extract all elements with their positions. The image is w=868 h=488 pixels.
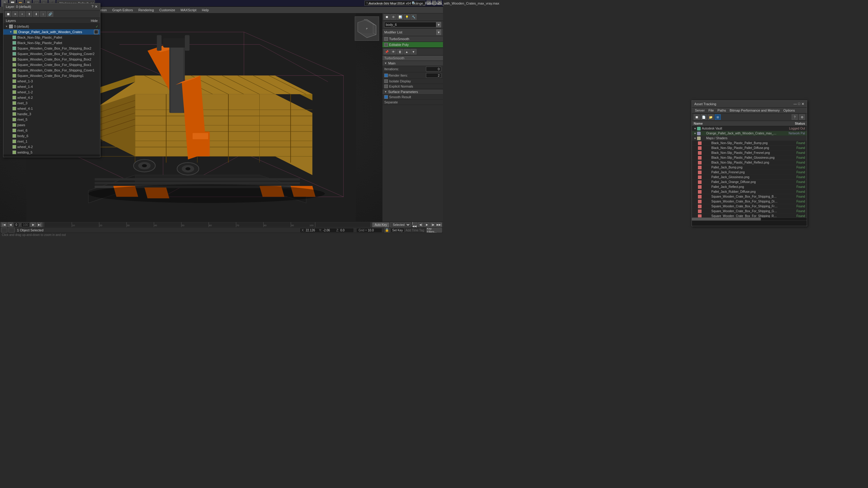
nav-cube[interactable]: P: [355, 17, 379, 41]
explicit-normals-checkbox[interactable]: [384, 85, 388, 88]
layer-item[interactable]: ▼ 0 (default) ✓: [3, 24, 100, 29]
timeline-ruler[interactable]: 10 20 30 40 50 60 70 80 90 100: [44, 222, 371, 227]
mod-icon-4[interactable]: 💡: [404, 14, 410, 20]
layer-item[interactable]: rivet_5: [3, 117, 100, 122]
layer-tool-7[interactable]: 🔗: [47, 11, 53, 17]
layer-tool-1[interactable]: 🔲: [5, 11, 11, 17]
modifier-editable-poly[interactable]: Editable Poly: [382, 42, 443, 48]
layers-list[interactable]: ▼ 0 (default) ✓ ▼ Orange_Pallet_Jack_wit…: [3, 24, 100, 155]
layer-item[interactable]: wheel_4-2: [3, 144, 100, 150]
object-name-field[interactable]: [384, 22, 436, 27]
smooth-result-checkbox[interactable]: [384, 95, 388, 99]
mod-tool-pin[interactable]: 📌: [384, 49, 390, 55]
layer-name: Black_Non-Slip_Plastic_Pallet: [17, 41, 62, 45]
svg-marker-76: [358, 20, 373, 33]
mod-tool-show[interactable]: 👁: [390, 49, 396, 55]
prev-btn[interactable]: ◀: [8, 222, 13, 227]
layer-item[interactable]: wheel_1-2: [3, 89, 100, 95]
mod-icon-1[interactable]: 🔲: [384, 14, 390, 20]
layers-close-btn[interactable]: ✕: [95, 5, 98, 9]
layer-item[interactable]: welding_5: [3, 150, 100, 155]
grid-label: Grid =: [359, 229, 367, 232]
layer-item[interactable]: rivet_3: [3, 100, 100, 106]
play-prev-btn[interactable]: ◀|: [418, 222, 424, 227]
prev-frame-btn[interactable]: |◀: [1, 222, 7, 227]
isolate-label: Isolate Display: [389, 79, 411, 83]
filter-keys-btn[interactable]: Key Filters...: [427, 228, 442, 233]
layer-obj-icon: [12, 68, 16, 72]
layers-titlebar[interactable]: Layer: 0 (default) ? ✕: [3, 3, 100, 10]
auto-key-btn[interactable]: Auto Key: [372, 223, 389, 227]
hint-bar: Click and drag up-and-down to zoom in an…: [0, 233, 443, 237]
layer-name: welding_5: [17, 151, 33, 154]
layer-item[interactable]: ▼ Orange_Pallet_Jack_with_Wooden_Crates: [3, 29, 100, 35]
layer-visible-checkbox[interactable]: [94, 30, 98, 34]
layer-item[interactable]: rivet_1: [3, 139, 100, 144]
layer-item[interactable]: Square_Wooden_Crate_Box_For_Shipping_Box…: [3, 62, 100, 67]
layer-obj-icon: [12, 41, 16, 45]
layer-item[interactable]: wheel_1-3: [3, 78, 100, 84]
modifier-turbosmooth[interactable]: TurboSmooth: [382, 36, 443, 42]
iterations-value[interactable]: [426, 67, 441, 71]
layer-item[interactable]: body_6: [3, 133, 100, 139]
object-name-dropdown[interactable]: ▼: [436, 22, 441, 27]
layers-question-btn[interactable]: ?: [92, 5, 93, 9]
layer-item[interactable]: Square_Wooden_Crate_Box_For_Shipping_Cov…: [3, 67, 100, 73]
layer-item[interactable]: rivet_6: [3, 128, 100, 133]
svg-text:P: P: [366, 27, 368, 30]
layer-item[interactable]: Black_Non-Slip_Plastic_Pallet: [3, 35, 100, 40]
menu-customize[interactable]: Customize: [157, 8, 178, 12]
layer-item[interactable]: wheel_4-1: [3, 106, 100, 111]
set-key-btn[interactable]: Set Key: [391, 228, 404, 233]
layer-tool-2[interactable]: ✕: [12, 11, 18, 17]
next-btn[interactable]: ▶: [30, 222, 36, 227]
mod-tool-delete[interactable]: 🗑: [397, 49, 403, 55]
snap2-btn[interactable]: [8, 228, 14, 233]
mod-icon-5[interactable]: 🔧: [410, 14, 416, 20]
render-iters-checkbox[interactable]: [384, 73, 388, 77]
mod-icon-2[interactable]: ⚙: [390, 14, 396, 20]
layer-tool-4[interactable]: ⬆: [26, 11, 32, 17]
snap-btn[interactable]: [1, 228, 7, 233]
layer-tool-6[interactable]: ↕: [40, 11, 46, 17]
layer-name: handle_3: [17, 112, 31, 116]
modifier-panel: 🔲 ⚙ 📊 💡 🔧 ▼ Modifier List ▼ TurboSmooth …: [382, 13, 443, 222]
layer-item[interactable]: Square_Wooden_Crate_Box_For_Shipping1: [3, 73, 100, 78]
layer-item[interactable]: Square_Wooden_Crate_Box_For_Shipping_Box…: [3, 57, 100, 62]
lock-btn[interactable]: 🔒: [384, 228, 390, 233]
layers-scrollbar[interactable]: [3, 155, 100, 157]
layer-item[interactable]: paws: [3, 122, 100, 128]
layers-col-name: Layers: [6, 19, 16, 23]
menu-maxscript[interactable]: MAXScript: [178, 8, 199, 12]
svg-text:80: 80: [264, 224, 267, 227]
layer-item[interactable]: Square_Wooden_Crate_Box_For_Shipping_Cov…: [3, 51, 100, 57]
ep-checkbox[interactable]: [384, 43, 388, 46]
play-btn[interactable]: ▶: [424, 222, 430, 227]
ts-checkbox[interactable]: [384, 37, 388, 41]
layer-item[interactable]: Black_Non-Slip_Plastic_Pallet: [3, 40, 100, 45]
play-start-btn[interactable]: |◀◀: [412, 222, 417, 227]
layer-tool-5[interactable]: ⬇: [33, 11, 39, 17]
menu-graph-editors[interactable]: Graph Editors: [110, 8, 135, 12]
render-iters-value[interactable]: [426, 73, 441, 78]
mod-tool-down[interactable]: ▼: [410, 49, 416, 55]
mod-icon-3[interactable]: 📊: [397, 14, 403, 20]
play-next-btn[interactable]: |▶: [430, 222, 436, 227]
isolate-checkbox[interactable]: [384, 79, 388, 83]
next-frame-btn[interactable]: ▶|: [37, 222, 42, 227]
layer-item[interactable]: handle_3: [3, 111, 100, 117]
modifier-list-dropdown[interactable]: ▼: [436, 30, 441, 35]
menu-rendering[interactable]: Rendering: [136, 8, 156, 12]
svg-text:90: 90: [291, 224, 294, 227]
mod-tool-up[interactable]: ▲: [404, 49, 410, 55]
selected-dropdown[interactable]: Selected: [390, 222, 411, 227]
current-frame[interactable]: 0: [14, 223, 19, 227]
isolate-display-row: Isolate Display: [382, 79, 443, 84]
play-end-btn[interactable]: ▶▶|: [436, 222, 442, 227]
layer-item[interactable]: wheel_1-4: [3, 84, 100, 89]
layer-item[interactable]: Square_Wooden_Crate_Box_For_Shipping_Box…: [3, 45, 100, 51]
y-value: -2.06: [323, 229, 335, 232]
layer-tool-3[interactable]: +: [19, 11, 25, 17]
layer-item[interactable]: wheel_4-2: [3, 95, 100, 100]
menu-help[interactable]: Help: [199, 8, 212, 12]
